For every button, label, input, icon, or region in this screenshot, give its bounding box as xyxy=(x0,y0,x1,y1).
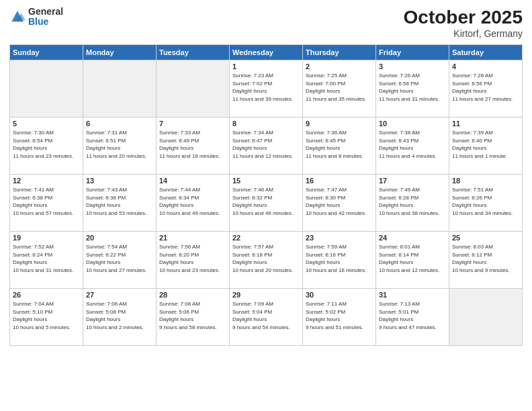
calendar-week-row: 26Sunrise: 7:04 AMSunset: 5:10 PMDayligh… xyxy=(10,289,523,346)
day-number: 13 xyxy=(86,177,153,185)
day-number: 19 xyxy=(13,234,80,242)
table-row: 31Sunrise: 7:13 AMSunset: 5:01 PMDayligh… xyxy=(376,289,449,346)
day-number: 4 xyxy=(452,62,519,71)
day-number: 15 xyxy=(232,177,300,185)
day-number: 11 xyxy=(452,120,519,128)
day-number: 21 xyxy=(159,234,226,242)
day-info: Sunrise: 7:39 AMSunset: 6:40 PMDaylight … xyxy=(452,129,519,160)
day-number: 29 xyxy=(232,291,300,299)
page: General Blue October 2025 Kirtorf, Germa… xyxy=(0,0,532,411)
day-info: Sunrise: 7:28 AMSunset: 6:56 PMDaylight … xyxy=(452,72,519,103)
table-row: 12Sunrise: 7:41 AMSunset: 6:38 PMDayligh… xyxy=(10,175,83,232)
logo-blue: Blue xyxy=(28,17,63,27)
day-number: 2 xyxy=(306,62,373,71)
table-row: 29Sunrise: 7:09 AMSunset: 5:04 PMDayligh… xyxy=(230,289,303,346)
day-info: Sunrise: 7:23 AMSunset: 7:02 PMDaylight … xyxy=(232,72,300,103)
day-info: Sunrise: 7:11 AMSunset: 5:02 PMDaylight … xyxy=(306,300,373,331)
day-number: 10 xyxy=(379,120,446,128)
table-row: 23Sunrise: 7:59 AMSunset: 6:16 PMDayligh… xyxy=(303,232,376,289)
day-info: Sunrise: 7:56 AMSunset: 6:20 PMDaylight … xyxy=(159,243,226,274)
day-info: Sunrise: 7:57 AMSunset: 6:18 PMDaylight … xyxy=(232,243,300,274)
table-row: 4Sunrise: 7:28 AMSunset: 6:56 PMDaylight… xyxy=(449,60,523,118)
table-row: 3Sunrise: 7:26 AMSunset: 6:58 PMDaylight… xyxy=(376,60,449,118)
table-row: 6Sunrise: 7:31 AMSunset: 6:51 PMDaylight… xyxy=(83,118,157,175)
day-number: 14 xyxy=(159,177,226,185)
table-row: 8Sunrise: 7:34 AMSunset: 6:47 PMDaylight… xyxy=(230,118,303,175)
calendar-week-row: 5Sunrise: 7:30 AMSunset: 6:54 PMDaylight… xyxy=(10,118,523,175)
title-block: October 2025 Kirtorf, Germany xyxy=(404,7,523,39)
calendar-week-row: 1Sunrise: 7:23 AMSunset: 7:02 PMDaylight… xyxy=(10,60,523,118)
day-number: 16 xyxy=(306,177,373,185)
col-saturday: Saturday xyxy=(449,45,523,60)
day-info: Sunrise: 7:54 AMSunset: 6:22 PMDaylight … xyxy=(86,243,153,274)
table-row: 15Sunrise: 7:46 AMSunset: 6:32 PMDayligh… xyxy=(230,175,303,232)
day-info: Sunrise: 7:13 AMSunset: 5:01 PMDaylight … xyxy=(379,300,446,331)
table-row: 9Sunrise: 7:36 AMSunset: 6:45 PMDaylight… xyxy=(303,118,376,175)
day-number: 26 xyxy=(13,291,80,299)
day-info: Sunrise: 7:51 AMSunset: 6:26 PMDaylight … xyxy=(452,186,519,217)
day-info: Sunrise: 7:59 AMSunset: 6:16 PMDaylight … xyxy=(306,243,373,274)
table-row: 21Sunrise: 7:56 AMSunset: 6:20 PMDayligh… xyxy=(157,232,230,289)
table-row: 26Sunrise: 7:04 AMSunset: 5:10 PMDayligh… xyxy=(10,289,83,346)
day-info: Sunrise: 7:43 AMSunset: 6:36 PMDaylight … xyxy=(86,186,153,217)
table-row: 19Sunrise: 7:52 AMSunset: 6:24 PMDayligh… xyxy=(10,232,83,289)
table-row: 10Sunrise: 7:38 AMSunset: 6:43 PMDayligh… xyxy=(376,118,449,175)
col-monday: Monday xyxy=(83,45,157,60)
day-number: 1 xyxy=(232,62,300,71)
day-info: Sunrise: 7:47 AMSunset: 6:30 PMDaylight … xyxy=(306,186,373,217)
day-number: 7 xyxy=(159,120,226,128)
table-row: 20Sunrise: 7:54 AMSunset: 6:22 PMDayligh… xyxy=(83,232,157,289)
day-info: Sunrise: 7:33 AMSunset: 6:49 PMDaylight … xyxy=(159,129,226,160)
col-wednesday: Wednesday xyxy=(230,45,303,60)
col-thursday: Thursday xyxy=(303,45,376,60)
table-row: 11Sunrise: 7:39 AMSunset: 6:40 PMDayligh… xyxy=(449,118,523,175)
table-row: 24Sunrise: 8:01 AMSunset: 6:14 PMDayligh… xyxy=(376,232,449,289)
day-info: Sunrise: 7:26 AMSunset: 6:58 PMDaylight … xyxy=(379,72,446,103)
day-number: 25 xyxy=(452,234,519,242)
table-row: 25Sunrise: 8:03 AMSunset: 6:12 PMDayligh… xyxy=(449,232,523,289)
table-row xyxy=(10,60,83,118)
day-number: 9 xyxy=(306,120,373,128)
day-number: 5 xyxy=(13,120,80,128)
day-number: 17 xyxy=(379,177,446,185)
day-info: Sunrise: 7:52 AMSunset: 6:24 PMDaylight … xyxy=(13,243,80,274)
table-row xyxy=(83,60,157,118)
day-info: Sunrise: 8:03 AMSunset: 6:12 PMDaylight … xyxy=(452,243,519,274)
day-info: Sunrise: 7:04 AMSunset: 5:10 PMDaylight … xyxy=(13,300,80,331)
table-row: 22Sunrise: 7:57 AMSunset: 6:18 PMDayligh… xyxy=(230,232,303,289)
table-row: 7Sunrise: 7:33 AMSunset: 6:49 PMDaylight… xyxy=(157,118,230,175)
day-info: Sunrise: 7:25 AMSunset: 7:00 PMDaylight … xyxy=(306,72,373,103)
calendar-header-row: Sunday Monday Tuesday Wednesday Thursday… xyxy=(10,45,523,60)
table-row: 5Sunrise: 7:30 AMSunset: 6:54 PMDaylight… xyxy=(10,118,83,175)
col-sunday: Sunday xyxy=(10,45,83,60)
col-friday: Friday xyxy=(376,45,449,60)
location-title: Kirtorf, Germany xyxy=(404,28,523,39)
table-row: 13Sunrise: 7:43 AMSunset: 6:36 PMDayligh… xyxy=(83,175,157,232)
logo-icon xyxy=(9,9,26,25)
day-number: 22 xyxy=(232,234,300,242)
table-row: 30Sunrise: 7:11 AMSunset: 5:02 PMDayligh… xyxy=(303,289,376,346)
logo-text: General Blue xyxy=(28,7,63,28)
day-info: Sunrise: 7:44 AMSunset: 6:34 PMDaylight … xyxy=(159,186,226,217)
day-info: Sunrise: 7:34 AMSunset: 6:47 PMDaylight … xyxy=(232,129,300,160)
day-info: Sunrise: 7:49 AMSunset: 6:28 PMDaylight … xyxy=(379,186,446,217)
table-row: 17Sunrise: 7:49 AMSunset: 6:28 PMDayligh… xyxy=(376,175,449,232)
day-number: 12 xyxy=(13,177,80,185)
month-title: October 2025 xyxy=(404,7,523,28)
logo: General Blue xyxy=(9,7,63,28)
day-number: 3 xyxy=(379,62,446,71)
day-info: Sunrise: 7:31 AMSunset: 6:51 PMDaylight … xyxy=(86,129,153,160)
day-number: 27 xyxy=(86,291,153,299)
table-row: 16Sunrise: 7:47 AMSunset: 6:30 PMDayligh… xyxy=(303,175,376,232)
day-info: Sunrise: 7:41 AMSunset: 6:38 PMDaylight … xyxy=(13,186,80,217)
day-info: Sunrise: 7:08 AMSunset: 5:06 PMDaylight … xyxy=(159,300,226,331)
day-info: Sunrise: 7:36 AMSunset: 6:45 PMDaylight … xyxy=(306,129,373,160)
day-number: 23 xyxy=(306,234,373,242)
calendar-week-row: 12Sunrise: 7:41 AMSunset: 6:38 PMDayligh… xyxy=(10,175,523,232)
day-info: Sunrise: 8:01 AMSunset: 6:14 PMDaylight … xyxy=(379,243,446,274)
day-info: Sunrise: 7:09 AMSunset: 5:04 PMDaylight … xyxy=(232,300,300,331)
table-row xyxy=(449,289,523,346)
table-row: 2Sunrise: 7:25 AMSunset: 7:00 PMDaylight… xyxy=(303,60,376,118)
day-info: Sunrise: 7:06 AMSunset: 5:08 PMDaylight … xyxy=(86,300,153,331)
table-row: 14Sunrise: 7:44 AMSunset: 6:34 PMDayligh… xyxy=(157,175,230,232)
